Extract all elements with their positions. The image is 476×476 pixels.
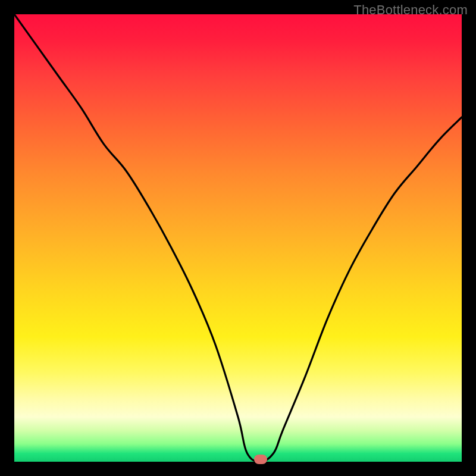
figure-root: TheBottleneck.com [0,0,476,476]
bottleneck-curve [14,14,462,462]
watermark-text: TheBottleneck.com [353,2,468,18]
optimal-point-marker [254,455,267,464]
plot-area [14,14,462,462]
